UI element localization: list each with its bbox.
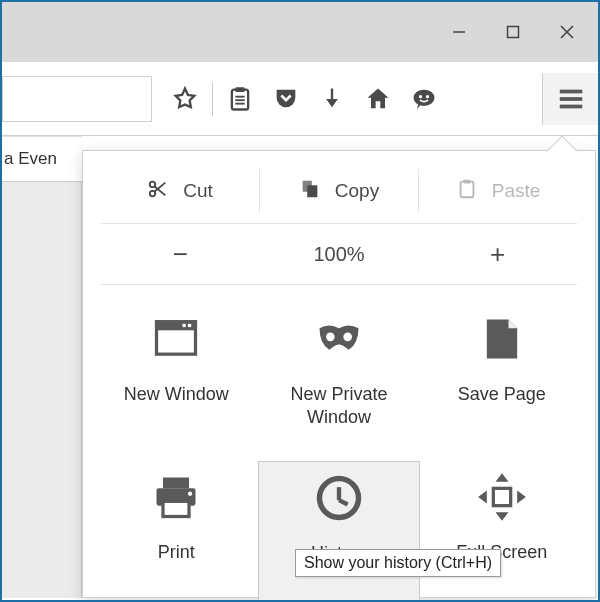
minus-icon: −	[173, 239, 188, 270]
star-icon[interactable]	[162, 76, 208, 122]
pocket-icon[interactable]	[263, 76, 309, 122]
browser-toolbar	[2, 62, 598, 136]
print-label: Print	[158, 541, 195, 564]
tab-text: a Even	[4, 149, 57, 169]
clipboard-icon[interactable]	[217, 76, 263, 122]
fullscreen-icon	[472, 467, 532, 527]
history-icon	[309, 468, 369, 528]
zoom-in-button[interactable]: +	[418, 232, 577, 276]
svg-rect-29	[163, 478, 189, 489]
copy-button[interactable]: Copy	[259, 169, 418, 213]
svg-rect-1	[508, 27, 519, 38]
zoom-level[interactable]: 100%	[260, 232, 419, 276]
zoom-value: 100%	[313, 243, 364, 266]
svg-rect-20	[307, 185, 317, 197]
new-private-window-button[interactable]: New Private Window	[258, 303, 421, 443]
svg-point-28	[343, 333, 352, 342]
svg-point-10	[419, 95, 422, 98]
content-background	[2, 182, 82, 598]
svg-rect-21	[460, 181, 473, 197]
mask-icon	[309, 309, 369, 369]
svg-rect-26	[188, 324, 191, 327]
svg-rect-25	[183, 324, 186, 327]
zoom-row: − 100% +	[101, 232, 577, 285]
edit-row: Cut Copy Paste	[101, 169, 577, 224]
url-bar[interactable]	[2, 76, 152, 122]
downloads-icon[interactable]	[309, 76, 355, 122]
history-button[interactable]: History	[258, 461, 421, 601]
plus-icon: +	[490, 239, 505, 270]
hamburger-menu-panel: Cut Copy Paste − 100% +	[82, 150, 596, 598]
save-page-button[interactable]: Save Page	[420, 303, 583, 443]
minimize-button[interactable]	[432, 12, 486, 52]
printer-icon	[146, 467, 206, 527]
cut-label: Cut	[183, 180, 213, 202]
new-window-button[interactable]: New Window	[95, 303, 258, 443]
paste-label: Paste	[492, 180, 541, 202]
print-button[interactable]: Print	[95, 461, 258, 601]
menu-arrow	[546, 135, 577, 166]
svg-line-35	[339, 500, 348, 504]
home-icon[interactable]	[355, 76, 401, 122]
svg-rect-22	[463, 179, 470, 183]
new-private-window-label: New Private Window	[258, 383, 421, 428]
svg-point-32	[188, 492, 192, 496]
menu-button[interactable]	[542, 73, 598, 125]
new-window-label: New Window	[124, 383, 229, 406]
maximize-button[interactable]	[486, 12, 540, 52]
svg-point-11	[426, 95, 429, 98]
paste-button[interactable]: Paste	[418, 169, 577, 213]
history-tooltip: Show your history (Ctrl+H)	[295, 549, 501, 577]
svg-rect-31	[163, 501, 189, 516]
svg-rect-5	[235, 87, 244, 92]
full-screen-button[interactable]: Full Screen	[420, 461, 583, 601]
cut-button[interactable]: Cut	[101, 169, 259, 213]
toolbar-separator	[212, 82, 213, 116]
copy-icon	[299, 178, 321, 205]
window-icon	[146, 309, 206, 369]
svg-point-27	[326, 333, 335, 342]
tooltip-text: Show your history (Ctrl+H)	[304, 554, 492, 571]
chat-icon[interactable]	[401, 76, 447, 122]
page-icon	[472, 309, 532, 369]
close-button[interactable]	[540, 12, 594, 52]
window-titlebar	[2, 2, 598, 62]
save-page-label: Save Page	[458, 383, 546, 406]
svg-rect-36	[493, 488, 510, 505]
svg-point-9	[414, 89, 435, 105]
copy-label: Copy	[335, 180, 379, 202]
zoom-out-button[interactable]: −	[101, 232, 260, 276]
paste-icon	[456, 178, 478, 205]
scissors-icon	[147, 178, 169, 205]
tab-label[interactable]: a Even	[2, 136, 82, 182]
